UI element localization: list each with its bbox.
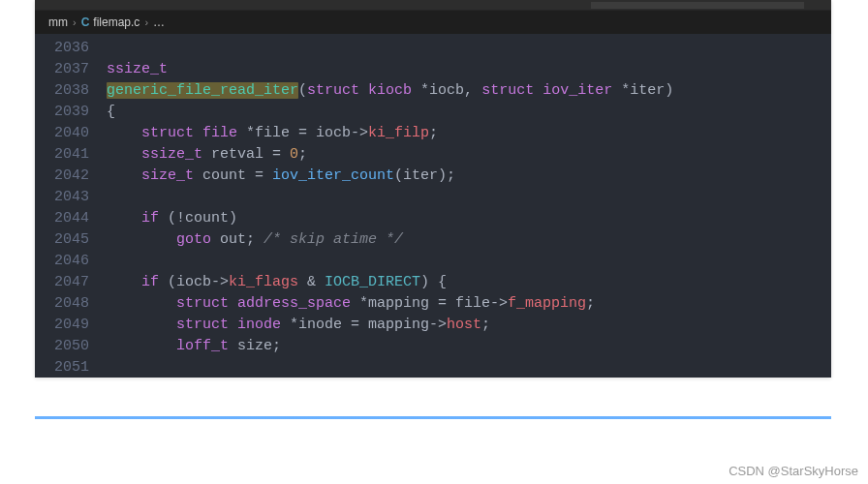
code-token: ) { — [420, 274, 447, 290]
code-token: { — [107, 104, 115, 120]
code-token: ; — [298, 146, 307, 163]
code-line[interactable]: struct file *file = iocb->ki_filp; — [107, 123, 831, 144]
breadcrumb-folder[interactable]: mm — [48, 15, 68, 29]
divider-line — [35, 416, 831, 419]
code-token: iov_iter_count — [272, 167, 394, 184]
code-token: struct — [141, 125, 194, 141]
code-token — [107, 125, 141, 141]
code-token: *iter — [621, 82, 665, 99]
line-number: 2037 — [35, 59, 89, 80]
code-token: (!count) — [159, 210, 237, 227]
code-token: ssize_t — [141, 146, 202, 163]
code-token: struct — [481, 82, 534, 99]
chevron-right-icon: › — [73, 16, 77, 28]
code-token — [107, 274, 141, 290]
code-token — [107, 317, 176, 333]
code-editor[interactable]: 2036203720382039204020412042204320442045… — [35, 34, 831, 378]
code-token: ; — [481, 317, 490, 333]
line-number: 2048 — [35, 293, 89, 315]
line-number: 2041 — [35, 144, 89, 166]
code-token — [107, 295, 176, 312]
code-line[interactable]: struct address_space *mapping = file->f_… — [107, 293, 831, 315]
line-number: 2043 — [35, 187, 89, 208]
code-line[interactable]: ssize_t — [107, 59, 831, 80]
code-token: if — [141, 210, 159, 227]
chevron-right-icon: › — [144, 16, 148, 28]
line-number: 2047 — [35, 272, 89, 293]
code-token: inode — [229, 317, 290, 333]
editor-window: mm › C filemap.c › … 2036203720382039204… — [35, 0, 831, 378]
code-line[interactable]: generic_file_read_iter(struct kiocb *ioc… — [107, 80, 831, 102]
code-token: generic_file_read_iter — [107, 82, 298, 99]
code-token: struct — [176, 317, 229, 333]
line-number: 2036 — [35, 38, 89, 59]
code-token: ssize_t — [107, 61, 168, 77]
code-token: *mapping = file-> — [359, 295, 508, 312]
tab-strip[interactable] — [35, 0, 831, 11]
code-token — [107, 338, 176, 354]
code-content[interactable]: ssize_tgeneric_file_read_iter(struct kio… — [107, 34, 831, 378]
code-line[interactable]: struct inode *inode = mapping->host; — [107, 315, 831, 336]
code-line[interactable]: ssize_t retval = 0; — [107, 144, 831, 166]
line-number: 2039 — [35, 102, 89, 123]
code-token: size; — [229, 338, 281, 354]
line-number: 2044 — [35, 208, 89, 229]
code-token: & — [298, 274, 325, 290]
code-token: ; — [586, 295, 595, 312]
c-file-icon: C — [81, 15, 90, 29]
code-token — [107, 231, 176, 248]
code-token: if — [141, 274, 159, 290]
code-line[interactable]: loff_t size; — [107, 336, 831, 357]
code-token: size_t — [141, 167, 194, 184]
code-token: goto — [176, 231, 211, 248]
code-line[interactable]: goto out; /* skip atime */ — [107, 229, 831, 251]
code-token: out; — [211, 231, 264, 248]
code-token: file — [194, 125, 246, 141]
line-number: 2038 — [35, 80, 89, 102]
code-line[interactable]: if (!count) — [107, 208, 831, 229]
code-token: kiocb — [359, 82, 420, 99]
code-token: ; — [429, 125, 438, 141]
code-token: *inode = mapping-> — [290, 317, 447, 333]
code-token: ki_flags — [229, 274, 298, 290]
code-line[interactable] — [107, 357, 831, 378]
breadcrumb[interactable]: mm › C filemap.c › … — [35, 11, 831, 34]
code-line[interactable]: { — [107, 102, 831, 123]
line-number: 2049 — [35, 315, 89, 336]
line-number: 2051 — [35, 357, 89, 378]
line-number: 2042 — [35, 166, 89, 187]
code-token: loff_t — [176, 338, 229, 354]
breadcrumb-extra[interactable]: … — [153, 15, 165, 29]
code-token: IOCB_DIRECT — [325, 274, 420, 290]
line-number: 2045 — [35, 229, 89, 251]
code-token: ki_filp — [368, 125, 429, 141]
code-line[interactable] — [107, 187, 831, 208]
code-token: address_space — [229, 295, 359, 312]
line-number: 2040 — [35, 123, 89, 144]
code-token: /* skip atime */ — [264, 231, 403, 248]
code-token: *iocb — [420, 82, 464, 99]
code-token: f_mapping — [508, 295, 586, 312]
code-line[interactable] — [107, 251, 831, 272]
line-number: 2050 — [35, 336, 89, 357]
code-token: struct — [307, 82, 359, 99]
code-token: 0 — [290, 146, 298, 163]
code-token: (iocb-> — [159, 274, 229, 290]
line-number: 2046 — [35, 251, 89, 272]
code-token: , — [464, 82, 481, 99]
code-line[interactable]: if (iocb->ki_flags & IOCB_DIRECT) { — [107, 272, 831, 293]
code-token: host — [447, 317, 481, 333]
code-token: ) — [665, 82, 673, 99]
breadcrumb-file[interactable]: filemap.c — [93, 15, 140, 29]
code-line[interactable] — [107, 38, 831, 59]
code-token — [107, 167, 141, 184]
page-container: mm › C filemap.c › … 2036203720382039204… — [0, 0, 868, 484]
code-token: retval = — [202, 146, 290, 163]
code-token: *file = iocb-> — [246, 125, 368, 141]
line-number-gutter: 2036203720382039204020412042204320442045… — [35, 34, 107, 378]
watermark-text: CSDN @StarSkyHorse — [728, 464, 858, 478]
code-token: (iter); — [394, 167, 455, 184]
code-token — [107, 210, 141, 227]
code-line[interactable]: size_t count = iov_iter_count(iter); — [107, 166, 831, 187]
code-token — [107, 146, 141, 163]
